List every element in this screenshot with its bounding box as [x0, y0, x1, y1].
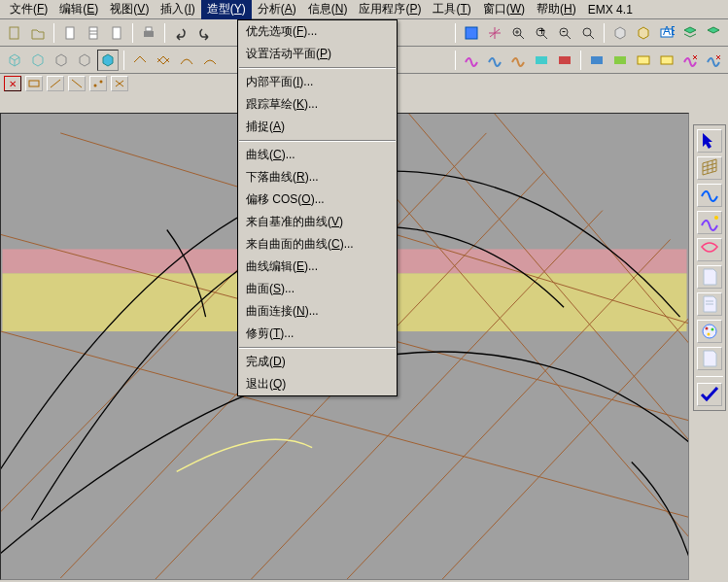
arc2-icon[interactable]: [199, 50, 221, 71]
swatch3-icon[interactable]: [507, 50, 529, 71]
menu-dropdown-item[interactable]: 曲线编辑(E)...: [238, 256, 397, 278]
menu-item[interactable]: 造型(Y): [201, 0, 252, 19]
menu-dropdown-item[interactable]: 曲线(C)...: [238, 144, 397, 166]
sketch-rect-icon[interactable]: [25, 76, 43, 91]
plane2-icon[interactable]: [153, 50, 174, 71]
tool-cube2-icon[interactable]: [633, 22, 654, 44]
wireframe1-icon[interactable]: [4, 50, 25, 71]
menu-item[interactable]: 分析(A): [252, 0, 302, 19]
zoom-in-icon[interactable]: +: [531, 22, 552, 44]
plane1-icon[interactable]: [129, 50, 151, 71]
menu-item[interactable]: 应用程序(P): [353, 0, 427, 19]
shaded-icon[interactable]: [97, 50, 119, 71]
svg-point-30: [711, 328, 714, 331]
tool-axis-icon[interactable]: [484, 22, 505, 44]
menu-dropdown-item[interactable]: 修剪(T)...: [238, 323, 397, 345]
svg-rect-2: [89, 27, 97, 39]
menu-dropdown-item[interactable]: 优先选项(F)...: [238, 20, 397, 43]
grad1-icon[interactable]: [586, 50, 607, 71]
close-x-icon[interactable]: ✕: [4, 76, 21, 91]
menu-item[interactable]: EMX 4.1: [582, 1, 639, 18]
menu-dropdown-item[interactable]: 来自基准的曲线(V): [238, 211, 397, 233]
page3-icon[interactable]: [697, 347, 722, 370]
arrow-icon[interactable]: [697, 129, 722, 153]
zoom-fit-icon[interactable]: [507, 22, 529, 44]
sketch-line2-icon[interactable]: [68, 76, 86, 91]
svg-point-31: [708, 333, 711, 336]
menu-dropdown-item[interactable]: 下落曲线(R)...: [238, 166, 397, 188]
palette-icon[interactable]: [697, 320, 722, 343]
label2-icon[interactable]: [656, 50, 677, 71]
menu-dropdown-item[interactable]: 设置活动平面(P): [238, 43, 397, 65]
tool-print-icon[interactable]: [138, 22, 159, 44]
menu-dropdown-item[interactable]: 完成(D): [238, 351, 397, 373]
svg-rect-20: [661, 56, 673, 64]
check-icon[interactable]: [697, 383, 722, 406]
curve-edit-icon[interactable]: [697, 211, 722, 234]
redo-icon[interactable]: [193, 22, 215, 44]
svg-rect-1: [66, 27, 74, 39]
swatch1-icon[interactable]: [461, 50, 482, 71]
tool-layers-icon[interactable]: [679, 22, 701, 44]
tool-doc1-icon[interactable]: [59, 22, 81, 44]
tool-flag-icon[interactable]: [461, 22, 482, 44]
wireframe4-icon[interactable]: [74, 50, 95, 71]
tool-new-icon[interactable]: [4, 22, 25, 44]
swatch4-icon[interactable]: [531, 50, 552, 71]
menu-dropdown-item[interactable]: 来自曲面的曲线(C)...: [238, 233, 397, 256]
tool-open-icon[interactable]: [27, 22, 49, 44]
svg-point-27: [714, 216, 718, 220]
tool-cube1-icon[interactable]: [609, 22, 631, 44]
swatch5-icon[interactable]: [554, 50, 575, 71]
tool-layers2-icon[interactable]: [703, 22, 724, 44]
svg-rect-3: [113, 27, 121, 39]
sketch-del-icon[interactable]: [111, 76, 128, 91]
page1-icon[interactable]: [697, 265, 722, 289]
menu-item[interactable]: 文件(F): [4, 0, 53, 19]
menu-item[interactable]: 工具(T): [427, 0, 476, 19]
menu-dropdown-item[interactable]: 跟踪草绘(K)...: [238, 93, 397, 116]
right-toolbar: [693, 124, 726, 411]
menu-dropdown-item[interactable]: 曲面连接(N)...: [238, 300, 397, 323]
menu-item[interactable]: 信息(N): [302, 0, 354, 19]
menu-item[interactable]: 帮助(H): [531, 0, 582, 19]
menu-item[interactable]: 窗口(W): [477, 0, 531, 19]
menu-item[interactable]: 插入(I): [155, 0, 200, 19]
grid-icon[interactable]: [697, 156, 722, 180]
svg-point-28: [703, 325, 716, 338]
svg-point-23: [100, 81, 103, 84]
svg-rect-18: [614, 56, 626, 64]
tool-doc3-icon[interactable]: [106, 22, 127, 44]
surface-icon[interactable]: [697, 238, 722, 261]
tool-doc2-icon[interactable]: [83, 22, 104, 44]
sketch-line1-icon[interactable]: [47, 76, 64, 91]
menu-dropdown-item[interactable]: 曲面(S)...: [238, 278, 397, 300]
svg-text:+: +: [538, 25, 545, 38]
menu-item[interactable]: 编辑(E): [53, 0, 104, 19]
tool-label-icon[interactable]: AB: [656, 22, 677, 44]
grad2-icon[interactable]: [609, 50, 631, 71]
wireframe3-icon[interactable]: [51, 50, 72, 71]
label1-icon[interactable]: [633, 50, 654, 71]
wireframe2-icon[interactable]: [27, 50, 49, 71]
sketch-pt-icon[interactable]: [89, 76, 107, 91]
menu-bar: 文件(F)编辑(E)视图(V)插入(I)造型(Y)分析(A)信息(N)应用程序(…: [0, 0, 728, 19]
arc1-icon[interactable]: [176, 50, 197, 71]
svg-text:-: -: [562, 25, 566, 38]
page2-icon[interactable]: [697, 292, 722, 316]
zoom-reset-icon[interactable]: [577, 22, 599, 44]
del-curve2-icon[interactable]: [703, 50, 724, 71]
menu-dropdown-item[interactable]: 偏移 COS(O)...: [238, 188, 397, 211]
del-curve-icon[interactable]: [679, 50, 701, 71]
svg-rect-17: [591, 56, 603, 64]
zoom-out-icon[interactable]: -: [554, 22, 575, 44]
undo-icon[interactable]: [170, 22, 191, 44]
menu-dropdown-item[interactable]: 捕捉(A): [238, 116, 397, 138]
swatch2-icon[interactable]: [484, 50, 505, 71]
svg-rect-4: [144, 31, 154, 37]
menu-dropdown-item[interactable]: 退出(Q): [238, 373, 397, 395]
menu-item[interactable]: 视图(V): [104, 0, 155, 19]
wave-icon[interactable]: [697, 184, 722, 207]
svg-point-29: [706, 327, 709, 330]
menu-dropdown-item[interactable]: 内部平面(I)...: [238, 71, 397, 93]
